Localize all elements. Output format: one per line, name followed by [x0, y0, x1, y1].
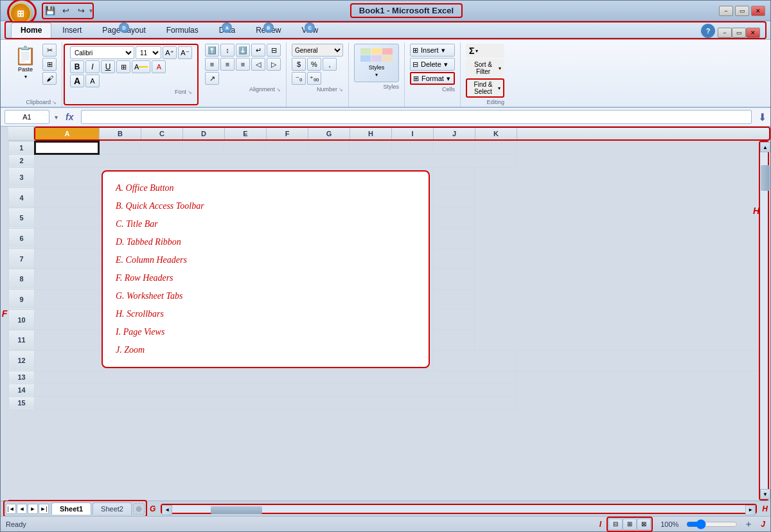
col-header-b[interactable]: B	[100, 128, 141, 139]
cell-k6[interactable]	[433, 228, 475, 249]
cell-row14[interactable]	[35, 384, 517, 396]
row-header-2[interactable]: 2	[9, 154, 35, 167]
cell-ref-dropdown[interactable]: ▾	[55, 114, 58, 121]
cell-i1[interactable]	[391, 141, 433, 154]
tab-insert[interactable]: Insert	[53, 22, 91, 38]
row-header-9[interactable]: 9	[9, 289, 35, 310]
align-middle-button[interactable]: ↕️	[220, 44, 235, 57]
cell-f1[interactable]	[266, 141, 308, 154]
row-header-8[interactable]: 8	[9, 269, 35, 289]
comma-button[interactable]: ,	[323, 58, 337, 71]
increase-decimal[interactable]: ⁺₀₀	[307, 72, 321, 85]
cell-a12[interactable]	[35, 350, 99, 371]
cell-a6[interactable]	[35, 228, 99, 249]
cell-row2[interactable]	[35, 154, 517, 167]
cell-a9[interactable]	[35, 289, 99, 310]
col-header-g[interactable]: G	[308, 128, 350, 139]
font-size-select[interactable]: 11	[136, 46, 161, 59]
hscroll-track[interactable]	[172, 505, 745, 513]
undo-button[interactable]: ↩	[58, 4, 73, 18]
col-header-a[interactable]: A	[35, 128, 100, 139]
cell-a8[interactable]	[35, 269, 99, 289]
paste-button[interactable]: 📋 Paste ▾	[10, 44, 41, 83]
cell-j1[interactable]	[433, 141, 475, 154]
clipboard-expand[interactable]: ↘	[52, 100, 57, 105]
cell-c1[interactable]	[141, 141, 182, 154]
find-select-button[interactable]: Find & Select ▾	[466, 78, 504, 98]
insert-cells-button[interactable]: ⊞Insert▾	[410, 44, 455, 57]
cell-k1[interactable]	[475, 141, 517, 154]
hscroll-left-button[interactable]: ◄	[162, 505, 172, 515]
row-header-12[interactable]: 12	[9, 350, 35, 371]
col-header-e[interactable]: E	[225, 128, 267, 139]
cell-e1[interactable]	[224, 141, 266, 154]
cell-k12[interactable]	[517, 350, 759, 371]
cell-a10[interactable]	[35, 310, 99, 330]
minimize-button[interactable]: −	[719, 6, 733, 16]
align-top-button[interactable]: ⬆️	[205, 44, 219, 57]
cell-b1[interactable]	[99, 141, 141, 154]
normal-view-button[interactable]: ⊟	[608, 519, 623, 530]
ribbon-minimize[interactable]: −	[718, 28, 732, 38]
percent-button[interactable]: %	[307, 58, 321, 71]
decrease-decimal[interactable]: ⁻₀	[292, 72, 306, 85]
cell-a4[interactable]	[35, 188, 99, 208]
sort-filter-button[interactable]: Sort & Filter ▾	[466, 59, 504, 77]
col-header-d[interactable]: D	[183, 128, 225, 139]
font-grow-button[interactable]: A⁺	[163, 46, 177, 59]
align-left-button[interactable]: ≡	[205, 58, 219, 71]
row-header-14[interactable]: 14	[9, 384, 35, 396]
tab-view[interactable]: View C	[292, 22, 328, 38]
cell-a11[interactable]	[35, 330, 99, 351]
cell-row13[interactable]	[35, 371, 517, 384]
vscroll-up-button[interactable]: ▲	[760, 142, 770, 152]
sheet-nav-prev[interactable]: ◄	[17, 504, 27, 514]
new-sheet-button[interactable]: ⊕	[133, 503, 145, 515]
cell-a5[interactable]	[35, 208, 99, 228]
col-header-i[interactable]: I	[392, 128, 434, 139]
number-expand[interactable]: ↘	[339, 87, 343, 93]
cut-button[interactable]: ✂	[42, 44, 57, 57]
cell-k9[interactable]	[433, 289, 475, 310]
font-large-a[interactable]: A	[70, 75, 84, 87]
vscroll-down-button[interactable]: ▼	[760, 489, 770, 499]
alignment-expand[interactable]: ↘	[276, 87, 281, 93]
row-header-13[interactable]: 13	[9, 371, 35, 384]
indent-less-button[interactable]: ◁	[251, 58, 265, 71]
align-right-button[interactable]: ≡	[236, 58, 250, 71]
sheet-nav-last[interactable]: ►|	[39, 504, 49, 514]
horizontal-scrollbar[interactable]: ◄ ►	[161, 504, 757, 514]
cell-k4[interactable]	[433, 188, 475, 208]
cell-k7[interactable]	[433, 249, 475, 269]
corner-cell[interactable]	[8, 127, 34, 141]
restore-button[interactable]: ▭	[735, 6, 749, 16]
row-header-6[interactable]: 6	[9, 228, 35, 249]
number-format-select[interactable]: General	[292, 44, 343, 57]
tab-data[interactable]: Data A	[209, 22, 245, 38]
ribbon-restore[interactable]: ▭	[732, 28, 746, 38]
tab-formulas[interactable]: Formulas	[157, 22, 208, 38]
merge-button[interactable]: ⊟	[267, 44, 281, 57]
sheet-tab-2[interactable]: Sheet2	[93, 502, 132, 515]
font-name-select[interactable]: Calibri	[70, 46, 134, 59]
autosum-button[interactable]: Σ ▾	[466, 44, 504, 58]
cell-k5[interactable]	[433, 208, 475, 228]
formula-input[interactable]	[81, 110, 752, 124]
formula-expand[interactable]: ⬇	[758, 111, 767, 123]
format-painter-button[interactable]: 🖌	[42, 72, 57, 85]
orientation-button[interactable]: ↗	[205, 72, 219, 85]
cell-a1[interactable]	[35, 141, 99, 154]
close-button[interactable]: ✕	[751, 6, 765, 16]
delete-cells-button[interactable]: ⊟Delete▾	[410, 58, 455, 71]
cell-a7[interactable]	[35, 249, 99, 269]
border-button[interactable]: ⊞	[116, 60, 130, 73]
currency-button[interactable]: $	[292, 58, 306, 71]
zoom-plus-button[interactable]: ＋	[744, 519, 753, 530]
vscroll-track[interactable]	[760, 152, 768, 489]
cell-d1[interactable]	[182, 141, 224, 154]
page-break-view-button[interactable]: ⊠	[637, 519, 651, 530]
col-header-f[interactable]: F	[267, 128, 308, 139]
wrap-text-button[interactable]: ↵	[251, 44, 265, 57]
col-header-h[interactable]: H	[350, 128, 392, 139]
sheet-nav-next[interactable]: ►	[28, 504, 38, 514]
